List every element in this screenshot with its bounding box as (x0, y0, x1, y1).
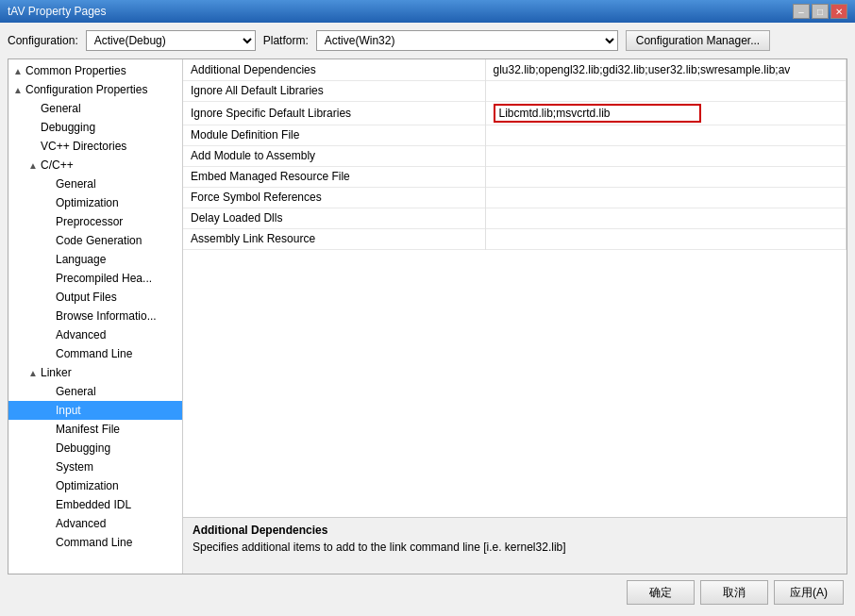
table-row: Assembly Link Resource (183, 228, 847, 249)
prop-value (485, 145, 847, 166)
tree-item-label: Command Line (56, 536, 132, 549)
tree-item-label: Embedded IDL (56, 498, 131, 511)
table-row: Embed Managed Resource File (183, 166, 847, 187)
tree-item-cpp-outputfiles[interactable]: Output Files (8, 288, 182, 307)
collapse-icon: ▲ (12, 65, 24, 76)
tree-item-linker-advanced[interactable]: Advanced (8, 514, 182, 533)
tree-item-label: General (41, 102, 81, 115)
prop-table-container: Additional Dependenciesglu32.lib;opengl3… (183, 59, 847, 517)
tree-item-cpp-precompiled[interactable]: Precompiled Hea... (8, 269, 182, 288)
tree-item-label: C/C++ (41, 158, 74, 172)
tree-item-debugging[interactable]: Debugging (8, 118, 182, 137)
table-row: Module Definition File (183, 125, 847, 145)
tree-item-label: Advanced (56, 328, 106, 341)
maximize-button[interactable]: □ (812, 4, 829, 19)
config-label: Configuration: (8, 34, 78, 47)
window-controls: – □ ✕ (793, 4, 847, 19)
window-title: tAV Property Pages (8, 5, 107, 18)
table-row: Add Module to Assembly (183, 145, 847, 166)
prop-value: glu32.lib;opengl32.lib;gdi32.lib;user32.… (485, 59, 847, 80)
tree-item-label: Language (56, 253, 106, 266)
tree-item-label: Configuration Properties (25, 83, 147, 96)
tree-item-label: Debugging (41, 121, 95, 134)
platform-select[interactable]: Active(Win32) (316, 30, 618, 51)
prop-name: Delay Loaded Dlls (183, 208, 485, 228)
tree-item-cpp-optimization[interactable]: Optimization (8, 193, 182, 212)
tree-item-linker-cmdline[interactable]: Command Line (8, 533, 182, 552)
tree-item-label: Advanced (56, 517, 106, 530)
tree-item-cpp-preprocessor[interactable]: Preprocessor (8, 212, 182, 231)
collapse-icon: ▲ (27, 159, 39, 171)
title-bar: tAV Property Pages – □ ✕ (0, 0, 855, 23)
prop-table: Additional Dependenciesglu32.lib;opengl3… (183, 59, 847, 250)
prop-value (485, 187, 847, 208)
tree-item-label: Common Properties (25, 64, 126, 77)
tree-item-label: Linker (41, 366, 72, 379)
prop-value (485, 208, 847, 228)
tree-panel: ▲Common Properties▲Configuration Propert… (8, 59, 183, 574)
prop-name: Ignore Specific Default Libraries (183, 101, 485, 125)
main-content: ▲Common Properties▲Configuration Propert… (8, 58, 847, 574)
platform-label: Platform: (263, 34, 309, 47)
tree-item-label: Precompiled Hea... (56, 272, 152, 285)
minimize-button[interactable]: – (793, 4, 810, 19)
dialog-body: Configuration: Active(Debug) Platform: A… (0, 23, 855, 616)
tree-item-label: System (56, 460, 93, 474)
tree-item-linker[interactable]: ▲Linker (8, 363, 182, 382)
tree-item-cpp-language[interactable]: Language (8, 250, 182, 269)
tree-item-label: Output Files (56, 291, 117, 304)
tree-item-configuration-properties[interactable]: ▲Configuration Properties (8, 80, 182, 99)
tree-item-cpp-cmdline[interactable]: Command Line (8, 344, 182, 363)
ok-button[interactable]: 确定 (627, 580, 695, 605)
close-button[interactable]: ✕ (830, 4, 847, 19)
tree-item-label: VC++ Directories (41, 140, 126, 153)
description-title: Additional Dependencies (193, 524, 837, 537)
tree-item-common-properties[interactable]: ▲Common Properties (8, 61, 182, 80)
prop-name: Embed Managed Resource File (183, 166, 485, 187)
tree-item-linker-debugging[interactable]: Debugging (8, 439, 182, 458)
tree-item-label: Optimization (56, 479, 119, 492)
tree-item-label: Code Generation (56, 234, 142, 247)
highlighted-value: Libcmtd.lib;msvcrtd.lib (494, 104, 701, 123)
description-panel: Additional Dependencies Specifies additi… (183, 517, 847, 574)
prop-name: Module Definition File (183, 125, 485, 145)
table-row: Force Symbol References (183, 187, 847, 208)
tree-item-cpp-browseinfo[interactable]: Browse Informatio... (8, 307, 182, 325)
collapse-icon: ▲ (27, 367, 39, 378)
cancel-button[interactable]: 取消 (700, 580, 768, 605)
description-text: Specifies additional items to add to the… (193, 541, 837, 554)
properties-panel: Additional Dependenciesglu32.lib;opengl3… (183, 59, 847, 574)
prop-name: Additional Dependencies (183, 59, 485, 80)
tree-item-cpp-advanced[interactable]: Advanced (8, 325, 182, 344)
tree-item-vc-directories[interactable]: VC++ Directories (8, 137, 182, 156)
tree-item-label: Command Line (56, 347, 132, 360)
tree-item-label: Preprocessor (56, 215, 123, 228)
tree-item-linker-embeddedidl[interactable]: Embedded IDL (8, 495, 182, 514)
bottom-buttons: 确定 取消 应用(A) (8, 574, 847, 608)
config-manager-button[interactable]: Configuration Manager... (626, 30, 770, 51)
tree-item-label: Manifest File (56, 423, 120, 436)
tree-item-label: General (56, 385, 96, 398)
tree-item-linker-manifest[interactable]: Manifest File (8, 420, 182, 439)
apply-button[interactable]: 应用(A) (774, 580, 844, 605)
table-row: Ignore Specific Default LibrariesLibcmtd… (183, 101, 847, 125)
prop-value[interactable]: Libcmtd.lib;msvcrtd.lib (485, 101, 847, 125)
tree-item-cpp-codegeneration[interactable]: Code Generation (8, 231, 182, 250)
tree-item-label: Debugging (56, 441, 110, 455)
tree-item-linker-input[interactable]: Input (8, 401, 182, 420)
tree-item-cpp-general[interactable]: General (8, 175, 182, 193)
tree-item-linker-system[interactable]: System (8, 458, 182, 476)
tree-item-general[interactable]: General (8, 99, 182, 118)
tree-item-linker-optimization[interactable]: Optimization (8, 476, 182, 495)
tree-item-label: Browse Informatio... (56, 309, 157, 323)
table-row: Additional Dependenciesglu32.lib;opengl3… (183, 59, 847, 80)
table-row: Ignore All Default Libraries (183, 80, 847, 101)
tree-item-linker-general[interactable]: General (8, 382, 182, 401)
tree-item-label: General (56, 177, 96, 191)
configuration-select[interactable]: Active(Debug) (86, 30, 256, 51)
tree-item-cpp[interactable]: ▲C/C++ (8, 156, 182, 175)
prop-name: Ignore All Default Libraries (183, 80, 485, 101)
table-row: Delay Loaded Dlls (183, 208, 847, 228)
prop-value (485, 228, 847, 249)
prop-value (485, 80, 847, 101)
